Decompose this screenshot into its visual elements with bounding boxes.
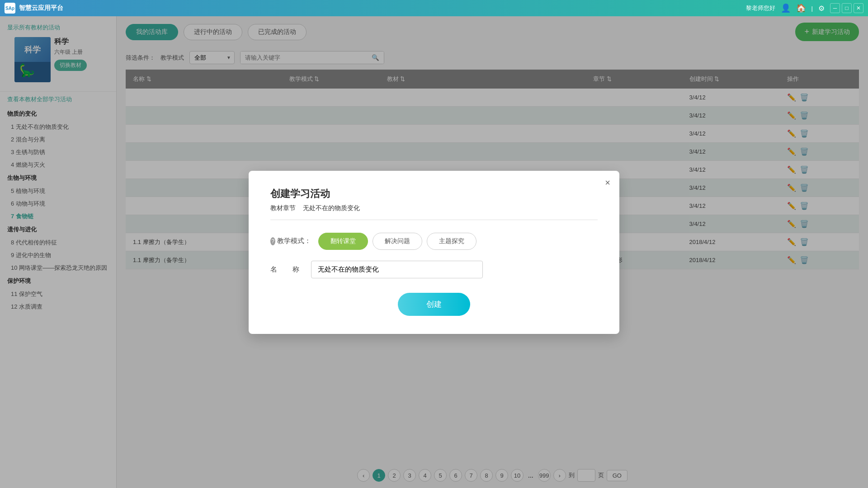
user-avatar-icon: 👤 — [781, 3, 791, 13]
app-logo: SAp — [5, 3, 15, 14]
modal-overlay: × 创建学习活动 教材章节 无处不在的物质变化 ? 教学模式： 翻转课堂 解决问… — [0, 16, 868, 488]
mode-field: ? 教学模式： 翻转课堂 解决问题 主题探究 — [270, 233, 598, 250]
modal-subtitle: 教材章节 无处不在的物质变化 — [270, 204, 598, 220]
window-controls: ─ □ ✕ — [830, 3, 863, 13]
modal-close-button[interactable]: × — [605, 178, 610, 187]
name-field: 名 称 ： — [270, 261, 598, 278]
close-button[interactable]: ✕ — [854, 3, 863, 13]
mode-buttons: 翻转课堂 解决问题 主题探究 — [318, 233, 476, 250]
activity-name-input[interactable] — [311, 261, 483, 278]
name-field-label: 名 称 ： — [270, 265, 311, 274]
app-title: 智慧云应用平台 — [19, 4, 63, 12]
title-bar-right: 黎老师您好 👤 🏠 | ⚙ ─ □ ✕ — [746, 3, 863, 13]
maximize-button[interactable]: □ — [842, 3, 852, 13]
subtitle-label: 教材章节 — [270, 204, 296, 211]
separator: | — [811, 5, 813, 12]
mode-explore-button[interactable]: 主题探究 — [427, 233, 476, 250]
title-bar-left: SAp 智慧云应用平台 — [5, 3, 63, 14]
mode-field-label: ? 教学模式： — [270, 237, 311, 245]
help-icon[interactable]: ? — [270, 237, 275, 245]
minimize-button[interactable]: ─ — [830, 3, 840, 13]
subtitle-value: 无处不在的物质变化 — [303, 204, 360, 211]
settings-icon[interactable]: ⚙ — [818, 4, 825, 13]
create-button[interactable]: 创建 — [398, 293, 470, 316]
create-activity-modal: × 创建学习活动 教材章节 无处不在的物质变化 ? 教学模式： 翻转课堂 解决问… — [249, 171, 619, 334]
name-char2: 称 — [292, 265, 313, 274]
name-char1: 名 — [270, 265, 291, 274]
mode-solve-button[interactable]: 解决问题 — [373, 233, 422, 250]
title-bar: SAp 智慧云应用平台 黎老师您好 👤 🏠 | ⚙ ─ □ ✕ — [0, 0, 868, 16]
mode-flip-button[interactable]: 翻转课堂 — [318, 233, 368, 250]
home-icon[interactable]: 🏠 — [796, 3, 806, 13]
user-greeting: 黎老师您好 — [746, 4, 775, 12]
modal-title: 创建学习活动 — [270, 187, 598, 201]
